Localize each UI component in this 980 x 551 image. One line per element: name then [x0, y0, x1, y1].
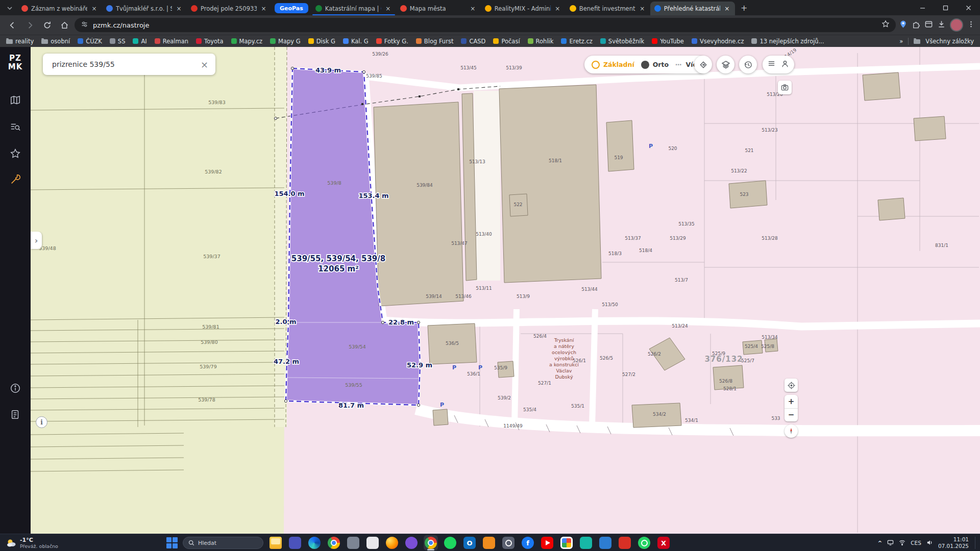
- taskbar-app-teams-icon[interactable]: [288, 535, 302, 550]
- tab-close-icon[interactable]: ×: [260, 5, 267, 12]
- browser-task-icon[interactable]: [924, 20, 933, 31]
- extensions-puzzle-icon[interactable]: [912, 20, 920, 31]
- bookmark-item[interactable]: 13 nejlepších zdrojů...: [751, 38, 824, 45]
- locate-target-button[interactable]: [785, 379, 798, 392]
- taskbar-app-facebook-icon[interactable]: f: [521, 535, 535, 550]
- tab-close-icon[interactable]: ×: [723, 5, 731, 12]
- taskbar-app-outlook-icon[interactable]: O: [462, 535, 477, 550]
- info-circle-icon[interactable]: [7, 380, 24, 397]
- favorites-star-icon[interactable]: [7, 145, 24, 162]
- url-text[interactable]: pzmk.cz/nastroje: [93, 21, 149, 29]
- tab-close-icon[interactable]: ×: [90, 5, 98, 12]
- search-input[interactable]: [51, 60, 200, 69]
- search-list-icon[interactable]: [7, 118, 24, 136]
- bookmark-item[interactable]: Blog Furst: [416, 38, 454, 45]
- taskbar-app-app-teal-icon[interactable]: [579, 535, 593, 550]
- bookmark-item[interactable]: Realman: [155, 38, 188, 45]
- bookmark-item[interactable]: Toyota: [196, 38, 224, 45]
- taskbar-app-edge-icon[interactable]: [307, 535, 322, 550]
- tab-group-chip[interactable]: GeoPas: [275, 3, 308, 13]
- tray-monitor-icon[interactable]: [887, 539, 894, 547]
- bookmark-item[interactable]: Mapy.cz: [231, 38, 262, 45]
- browser-tab[interactable]: Benefit investment, a.s. (Iva...×: [566, 2, 650, 15]
- window-maximize-button[interactable]: [934, 0, 957, 15]
- pzmk-logo[interactable]: PZMK: [0, 54, 31, 71]
- zoom-in-button[interactable]: +: [785, 395, 798, 409]
- taskbar-app-chrome-icon[interactable]: [327, 535, 341, 550]
- site-info-icon[interactable]: [81, 20, 88, 30]
- weather-widget[interactable]: -1°C Převáž. oblačno: [0, 534, 64, 551]
- tab-close-icon[interactable]: ×: [639, 5, 646, 12]
- browser-tab[interactable]: Prodej pole 250933 m², Mě...×: [187, 2, 272, 15]
- basemap-orto-label[interactable]: Orto: [653, 61, 669, 68]
- bookmark-item[interactable]: Eretz.cz: [561, 38, 592, 45]
- bookmark-item[interactable]: Mapy G: [270, 38, 301, 45]
- download-icon[interactable]: [937, 20, 946, 31]
- taskbar-app-app-orange-icon[interactable]: [482, 535, 496, 550]
- tab-close-icon[interactable]: ×: [175, 5, 183, 12]
- tray-network-icon[interactable]: [899, 539, 905, 547]
- taskbar-app-spotify-icon[interactable]: [443, 535, 457, 550]
- taskbar-app-firefox-icon[interactable]: [385, 535, 399, 550]
- bookmark-item[interactable]: Fotky G.: [376, 38, 408, 45]
- compass-north-button[interactable]: [785, 424, 798, 438]
- taskbar-app-chrome-active-icon[interactable]: [424, 535, 438, 550]
- screenshot-camera-button[interactable]: [778, 81, 792, 94]
- bookmark-item[interactable]: Kal. G: [343, 38, 369, 45]
- more-dots-icon[interactable]: ⋯: [675, 61, 682, 68]
- zoom-out-button[interactable]: −: [785, 409, 798, 422]
- taskbar-app-app-red-icon[interactable]: [618, 535, 632, 550]
- taskbar-app-camera-icon[interactable]: [501, 535, 516, 550]
- reload-icon[interactable]: [40, 18, 54, 32]
- tab-close-icon[interactable]: ×: [469, 5, 477, 12]
- basemap-orto-icon[interactable]: [641, 61, 649, 69]
- browser-menu-icon[interactable]: [967, 20, 975, 30]
- tray-caret-icon[interactable]: ^: [877, 540, 882, 546]
- basemap-basic-label[interactable]: Základní: [603, 61, 634, 68]
- map-info-button[interactable]: i: [36, 416, 47, 428]
- browser-tab[interactable]: Tvůjmakléř s.r.o. | Systém R...×: [102, 2, 187, 15]
- hamburger-menu-icon[interactable]: [768, 60, 775, 69]
- basemap-basic-icon[interactable]: [592, 61, 600, 69]
- bookmark-item[interactable]: AI: [133, 38, 146, 45]
- bookmark-item[interactable]: Disk G: [308, 38, 335, 45]
- tray-volume-icon[interactable]: [926, 539, 933, 547]
- bookmark-star-icon[interactable]: [881, 20, 890, 30]
- user-account-icon[interactable]: [781, 60, 789, 70]
- browser-tab[interactable]: Přehledné katastrální map...×: [650, 2, 735, 15]
- taskbar-app-youtube-icon[interactable]: [540, 535, 554, 550]
- tools-wrench-icon[interactable]: [7, 171, 24, 188]
- profile-avatar[interactable]: [950, 18, 963, 32]
- bookmarks-overflow-icon[interactable]: »: [899, 38, 903, 45]
- taskbar-app-photos-icon[interactable]: [559, 535, 574, 550]
- tab-search-icon[interactable]: [4, 3, 15, 14]
- bookmark-item[interactable]: Vsevyhodne.cz: [692, 38, 744, 45]
- taskbar-app-file-explorer-icon[interactable]: [268, 535, 283, 550]
- history-button[interactable]: [739, 56, 757, 73]
- browser-tab[interactable]: RealityMIX - Administračn...×: [481, 2, 566, 15]
- start-button[interactable]: [166, 537, 178, 548]
- bookmark-item[interactable]: Počasí: [493, 38, 520, 45]
- home-icon[interactable]: [57, 18, 71, 32]
- bookmark-item[interactable]: Rohlik: [528, 38, 554, 45]
- browser-tab[interactable]: Záznam z webináře CeMap...×: [17, 2, 102, 15]
- taskbar-app-viber-icon[interactable]: [404, 535, 419, 550]
- clear-search-icon[interactable]: ×: [200, 59, 209, 70]
- window-close-button[interactable]: [957, 0, 980, 15]
- browser-tab[interactable]: Mapa města×: [396, 2, 481, 15]
- taskbar-app-whatsapp-icon[interactable]: [637, 535, 651, 550]
- taskbar-app-adobe-icon[interactable]: X: [656, 535, 671, 550]
- new-tab-button[interactable]: +: [738, 2, 750, 14]
- taskbar-search[interactable]: Hledat: [183, 537, 263, 549]
- back-icon[interactable]: [5, 18, 19, 32]
- show-desktop-button[interactable]: [975, 537, 977, 549]
- taskbar-app-app-gray-icon[interactable]: [346, 535, 360, 550]
- tray-language-label[interactable]: CES: [911, 540, 921, 546]
- bookmark-item[interactable]: reality: [6, 38, 34, 45]
- bookmark-item[interactable]: Světoběžník: [600, 38, 644, 45]
- location-pin-icon[interactable]: [899, 20, 908, 31]
- tab-close-icon[interactable]: ×: [384, 5, 392, 12]
- document-icon[interactable]: [7, 406, 24, 423]
- bookmark-item[interactable]: CASD: [461, 38, 485, 45]
- taskbar-clock[interactable]: 11:01 07.01.2025: [938, 536, 969, 549]
